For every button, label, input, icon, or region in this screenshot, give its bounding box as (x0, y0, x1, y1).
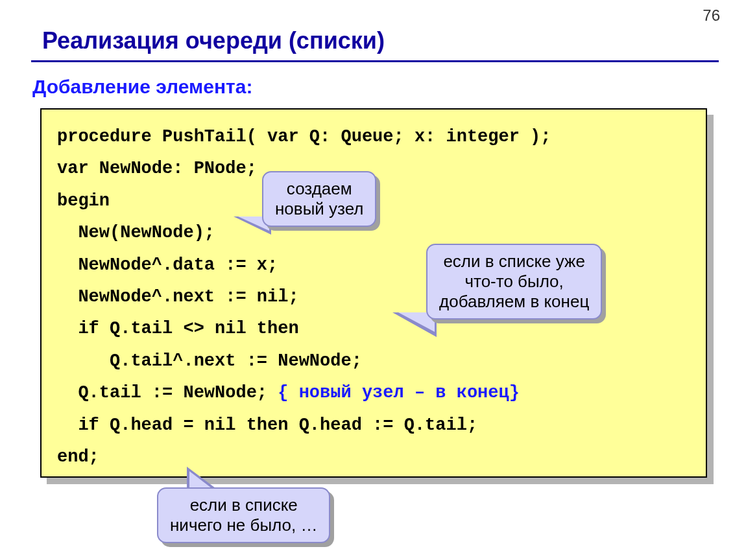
code-block: procedure PushTail( var Q: Queue; x: int… (40, 108, 707, 478)
callout-text: что-то было, (439, 272, 589, 292)
page-number: 76 (703, 6, 720, 25)
section-subtitle: Добавление элемента: (32, 76, 252, 98)
callout-text: создаем (275, 179, 363, 199)
code-line: Q.tail := NewNode; { новый узел – в коне… (57, 377, 690, 409)
code-container: procedure PushTail( var Q: Queue; x: int… (40, 108, 707, 478)
callout-text: добавляем в конец (439, 292, 589, 312)
callout-text: если в списке (170, 495, 317, 515)
code-line: Q.tail^.next := NewNode; (57, 345, 690, 377)
callout-append-end: если в списке уже что-то было, добавляем… (426, 244, 602, 320)
code-line: procedure PushTail( var Q: Queue; x: int… (57, 121, 690, 153)
callout-text: ничего не было, … (170, 515, 317, 535)
callout-create-node: создаем новый узел (262, 171, 376, 227)
title-divider (31, 60, 719, 62)
slide-title: Реализация очереди (списки) (42, 27, 385, 54)
callout-text: новый узел (275, 199, 363, 219)
code-comment: { новый узел – в конец} (278, 383, 520, 402)
callout-empty-list: если в списке ничего не было, … (157, 487, 330, 543)
callout-text: если в списке уже (439, 251, 589, 272)
code-text: Q.tail := NewNode; (57, 383, 278, 402)
code-line: end; (57, 441, 690, 473)
code-line: if Q.head = nil then Q.head := Q.tail; (57, 410, 690, 441)
